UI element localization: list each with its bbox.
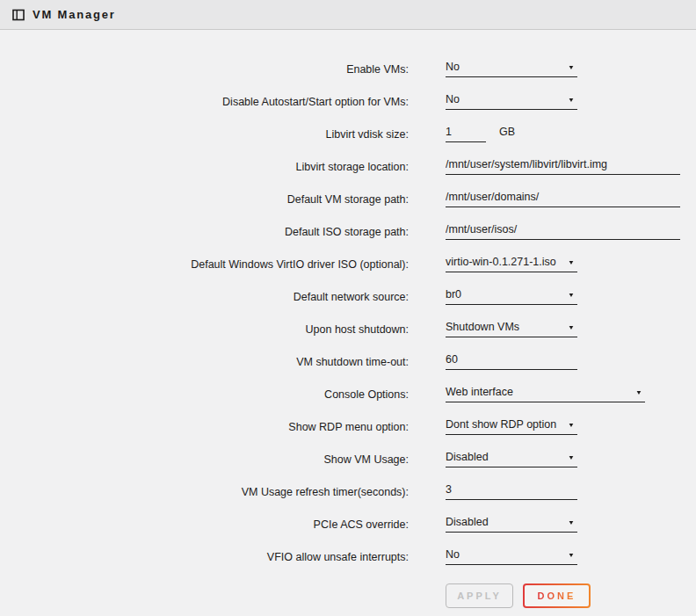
show-rdp-menu-option-label: Show RDP menu option: — [0, 419, 409, 435]
dropdown-arrow-icon: ▼ — [568, 63, 575, 70]
console-options-label: Console Options: — [0, 387, 409, 402]
show-vm-usage-select[interactable]: Disabled▼ — [446, 447, 577, 467]
pcie-acs-override-select[interactable]: Disabled▼ — [446, 512, 577, 533]
form-row-disable-autostart: Disable Autostart/Start option for VMs: … — [0, 82, 696, 114]
show-rdp-menu-option-selected-value: Dont show RDP option — [446, 415, 556, 434]
vm-shutdown-timeout-input[interactable] — [446, 350, 577, 370]
vm-usage-refresh-timer-label: VM Usage refresh timer(seconds): — [0, 484, 409, 500]
default-vm-storage-path-label: Default VM storage path: — [0, 192, 409, 207]
form-row-default-virtio-driver-iso: Default Windows VirtIO driver ISO (optio… — [0, 244, 696, 277]
apply-button[interactable]: APPLY — [446, 583, 513, 608]
form-row-libvirt-vdisk-size: Libvirt vdisk size: GB — [0, 114, 696, 147]
default-virtio-driver-iso-select[interactable]: virtio-win-0.1.271-1.iso▼ — [446, 252, 577, 272]
enable-vms-selected-value: No — [446, 57, 460, 76]
disable-autostart-label: Disable Autostart/Start option for VMs: — [0, 94, 409, 110]
default-iso-storage-path-input[interactable] — [446, 220, 680, 240]
done-button-label: DONE — [538, 591, 576, 601]
default-iso-storage-path-label: Default ISO storage path: — [0, 224, 409, 240]
dropdown-arrow-icon: ▼ — [568, 551, 575, 558]
form-row-console-options: Console Options: Web interface▼ — [0, 374, 696, 407]
console-options-selected-value: Web interface — [446, 382, 513, 402]
enable-vms-label: Enable VMs: — [0, 62, 409, 77]
dropdown-arrow-icon: ▼ — [568, 258, 575, 265]
form-row-enable-vms: Enable VMs: No▼ — [0, 49, 696, 82]
upon-host-shutdown-selected-value: Shutdown VMs — [446, 317, 519, 337]
libvirt-vdisk-size-input[interactable] — [446, 122, 486, 142]
disable-autostart-select[interactable]: No▼ — [446, 90, 577, 110]
libvirt-storage-location-label: Libvirt storage location: — [0, 159, 409, 175]
vfio-allow-unsafe-interrupts-select[interactable]: No▼ — [446, 545, 577, 565]
dropdown-arrow-icon: ▼ — [568, 453, 575, 460]
vm-shutdown-timeout-label: VM shutdown time-out: — [0, 354, 409, 370]
default-network-source-select[interactable]: br0▼ — [446, 285, 577, 305]
default-network-source-label: Default network source: — [0, 289, 409, 305]
default-vm-storage-path-input[interactable] — [446, 187, 680, 207]
form-row-vfio-allow-unsafe-interrupts: VFIO allow unsafe interrupts: No▼ — [0, 537, 696, 569]
disable-autostart-selected-value: No — [446, 90, 460, 109]
libvirt-vdisk-size-unit-label: GB — [499, 122, 515, 142]
form-row-vm-usage-refresh-timer: VM Usage refresh timer(seconds): — [0, 472, 696, 504]
done-button[interactable]: DONE — [523, 583, 591, 608]
dropdown-arrow-icon: ▼ — [568, 323, 575, 330]
form-row-vm-shutdown-timeout: VM shutdown time-out: — [0, 342, 696, 374]
form-row-libvirt-storage-location: Libvirt storage location: — [0, 147, 696, 179]
form-row-default-network-source: Default network source: br0▼ — [0, 277, 696, 309]
form-actions: APPLY DONE — [446, 583, 696, 608]
settings-form: Enable VMs: No▼ Disable Autostart/Start … — [0, 30, 696, 608]
show-vm-usage-label: Show VM Usage: — [0, 452, 409, 467]
vfio-allow-unsafe-interrupts-label: VFIO allow unsafe interrupts: — [0, 549, 409, 565]
form-row-pcie-acs-override: PCIe ACS override: Disabled▼ — [0, 504, 696, 537]
vm-usage-refresh-timer-input[interactable] — [446, 480, 577, 500]
console-options-select[interactable]: Web interface▼ — [446, 382, 645, 402]
default-network-source-selected-value: br0 — [446, 285, 461, 304]
form-row-show-vm-usage: Show VM Usage: Disabled▼ — [0, 439, 696, 472]
libvirt-storage-location-input[interactable] — [446, 155, 680, 175]
dropdown-arrow-icon: ▼ — [635, 388, 642, 395]
default-virtio-driver-iso-label: Default Windows VirtIO driver ISO (optio… — [0, 257, 409, 272]
dropdown-arrow-icon: ▼ — [568, 518, 575, 525]
form-row-upon-host-shutdown: Upon host shutdown: Shutdown VMs▼ — [0, 309, 696, 342]
upon-host-shutdown-select[interactable]: Shutdown VMs▼ — [446, 317, 577, 337]
libvirt-vdisk-size-label: Libvirt vdisk size: — [0, 127, 409, 142]
page-title: VM Manager — [33, 8, 116, 21]
form-row-show-rdp-menu-option: Show RDP menu option: Dont show RDP opti… — [0, 407, 696, 439]
vfio-allow-unsafe-interrupts-selected-value: No — [446, 545, 460, 564]
pcie-acs-override-selected-value: Disabled — [446, 512, 489, 532]
dropdown-arrow-icon: ▼ — [568, 421, 575, 428]
header: VM Manager — [0, 0, 696, 30]
dropdown-arrow-icon: ▼ — [568, 291, 575, 298]
show-vm-usage-selected-value: Disabled — [446, 447, 489, 467]
default-virtio-driver-iso-selected-value: virtio-win-0.1.271-1.iso — [446, 252, 556, 272]
enable-vms-select[interactable]: No▼ — [446, 57, 577, 77]
form-row-default-iso-storage-path: Default ISO storage path: — [0, 212, 696, 244]
upon-host-shutdown-label: Upon host shutdown: — [0, 322, 409, 337]
form-row-default-vm-storage-path: Default VM storage path: — [0, 179, 696, 212]
pcie-acs-override-label: PCIe ACS override: — [0, 517, 409, 533]
show-rdp-menu-option-select[interactable]: Dont show RDP option▼ — [446, 415, 577, 435]
dropdown-arrow-icon: ▼ — [568, 96, 575, 103]
columns-icon — [12, 9, 25, 21]
